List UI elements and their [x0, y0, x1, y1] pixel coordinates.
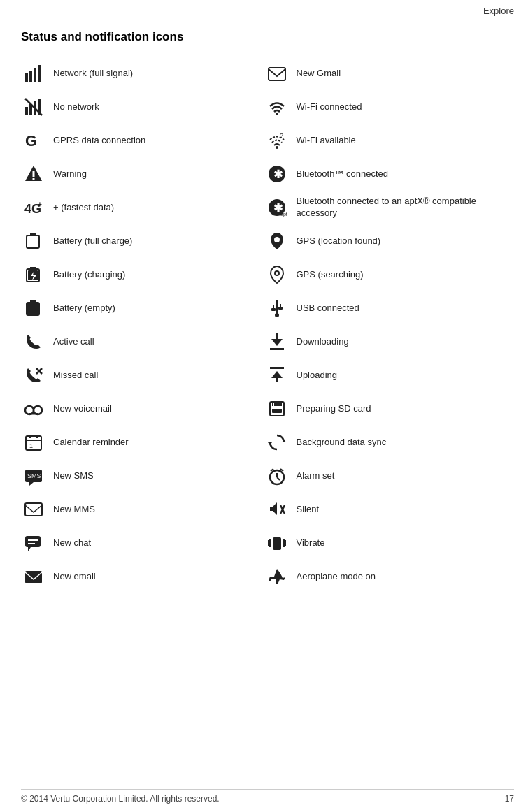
- bg-data-sync-icon: [264, 430, 290, 455]
- new-email-label: New email: [53, 571, 96, 583]
- svg-text:?: ?: [280, 132, 283, 139]
- battery-full-label: Battery (full charge): [53, 235, 132, 247]
- svg-marker-58: [276, 300, 278, 303]
- list-item: Network (full signal): [21, 57, 264, 90]
- svg-line-77: [277, 477, 280, 480]
- svg-text:+: +: [38, 201, 42, 208]
- svg-rect-11: [33, 171, 35, 177]
- svg-rect-83: [273, 537, 281, 550]
- downloading-label: Downloading: [297, 336, 349, 348]
- calendar-reminder-label: Calendar reminder: [53, 437, 129, 449]
- svg-rect-3: [38, 65, 41, 82]
- missed-call-label: Missed call: [53, 370, 98, 382]
- new-gmail-icon: [264, 61, 290, 86]
- page-header: Explore: [0, 0, 528, 19]
- svg-point-44: [276, 146, 278, 149]
- svg-rect-80: [270, 507, 273, 511]
- downloading-icon: [264, 329, 290, 354]
- silent-label: Silent: [297, 504, 320, 516]
- aeroplane-mode-label: Aeroplane mode on: [297, 571, 376, 583]
- list-item: USB connected: [264, 291, 508, 325]
- uploading-icon: [264, 363, 290, 388]
- bluetooth-aptx-icon: ✱ aptX: [264, 195, 290, 220]
- main-content: Status and notification icons Network (f…: [0, 19, 528, 635]
- svg-rect-16: [30, 233, 36, 235]
- gprs-icon: G: [21, 128, 46, 153]
- svg-text:aptX: aptX: [280, 212, 287, 217]
- bluetooth-aptx-label: Bluetooth connected to an aptX® compatib…: [297, 196, 508, 219]
- silent-icon: [264, 497, 290, 522]
- new-sms-label: New SMS: [53, 470, 94, 482]
- fastest-data-icon: 4G +: [21, 195, 46, 220]
- list-item: ✱ aptX Bluetooth connected to an aptX® c…: [264, 191, 508, 224]
- list-item: G GPRS data connection: [21, 124, 264, 157]
- usb-connected-label: USB connected: [297, 303, 359, 314]
- list-item: Alarm set: [264, 459, 508, 493]
- gps-found-label: GPS (location found): [297, 235, 381, 247]
- svg-rect-64: [276, 377, 278, 382]
- svg-rect-0: [25, 73, 28, 82]
- fastest-data-label: + (fastest data): [53, 202, 114, 214]
- usb-connected-icon: [264, 296, 290, 321]
- svg-rect-42: [269, 68, 285, 80]
- header-title: Explore: [483, 6, 514, 16]
- svg-marker-38: [28, 547, 31, 551]
- gps-found-icon: [264, 229, 290, 254]
- svg-rect-1: [29, 71, 32, 82]
- svg-rect-15: [27, 235, 39, 248]
- list-item: New chat: [21, 526, 264, 560]
- list-item: SMS New SMS: [21, 459, 264, 493]
- svg-rect-61: [276, 333, 278, 340]
- list-item: Battery (full charge): [21, 224, 264, 258]
- battery-empty-icon: [21, 296, 46, 321]
- svg-rect-22: [30, 300, 36, 303]
- warning-icon: [21, 161, 46, 187]
- active-call-label: Active call: [53, 336, 94, 348]
- new-chat-icon: [21, 530, 46, 556]
- alarm-set-icon: [264, 463, 290, 488]
- missed-call-icon: [21, 363, 46, 388]
- list-item: Battery (empty): [21, 291, 264, 325]
- new-gmail-label: New Gmail: [297, 68, 341, 80]
- list-item: New email: [21, 560, 264, 593]
- svg-marker-34: [29, 482, 34, 486]
- right-column: New Gmail Wi-Fi connected: [264, 57, 508, 593]
- icons-grid: Network (full signal) No network: [21, 57, 507, 593]
- alarm-set-label: Alarm set: [297, 470, 335, 482]
- list-item: Active call: [21, 325, 264, 358]
- preparing-sd-icon: [264, 396, 290, 421]
- battery-charging-label: Battery (charging): [53, 269, 125, 281]
- list-item: Warning: [21, 157, 264, 191]
- svg-point-43: [276, 113, 278, 115]
- list-item: GPS (searching): [264, 258, 508, 291]
- svg-rect-28: [26, 436, 41, 450]
- page-footer: © 2014 Vertu Corporation Limited. All ri…: [21, 789, 514, 804]
- footer-page-number: 17: [505, 794, 514, 804]
- svg-rect-4: [25, 107, 28, 115]
- new-mms-label: New MMS: [53, 504, 95, 516]
- wifi-available-label: Wi-Fi available: [297, 135, 356, 147]
- list-item: Background data sync: [264, 426, 508, 459]
- new-sms-icon: SMS: [21, 463, 46, 488]
- list-item: New Gmail: [264, 57, 508, 90]
- svg-rect-21: [27, 303, 39, 315]
- left-column: Network (full signal) No network: [21, 57, 264, 593]
- wifi-available-icon: ?: [264, 128, 290, 153]
- vibrate-icon: [264, 530, 290, 556]
- no-network-label: No network: [53, 101, 99, 113]
- svg-text:1: 1: [29, 442, 33, 449]
- list-item: Uploading: [264, 358, 508, 392]
- list-item: Silent: [264, 493, 508, 526]
- svg-rect-2: [34, 68, 36, 82]
- list-item: New MMS: [21, 493, 264, 526]
- wifi-connected-icon: [264, 94, 290, 119]
- list-item: Vibrate: [264, 526, 508, 560]
- svg-rect-57: [278, 307, 283, 310]
- bluetooth-connected-icon: ✱: [264, 161, 290, 187]
- svg-rect-18: [30, 267, 36, 269]
- gprs-label: GPRS data connection: [53, 135, 145, 147]
- svg-point-59: [275, 313, 279, 317]
- new-mms-icon: [21, 497, 46, 522]
- svg-text:SMS: SMS: [27, 472, 41, 479]
- gps-searching-label: GPS (searching): [297, 269, 364, 281]
